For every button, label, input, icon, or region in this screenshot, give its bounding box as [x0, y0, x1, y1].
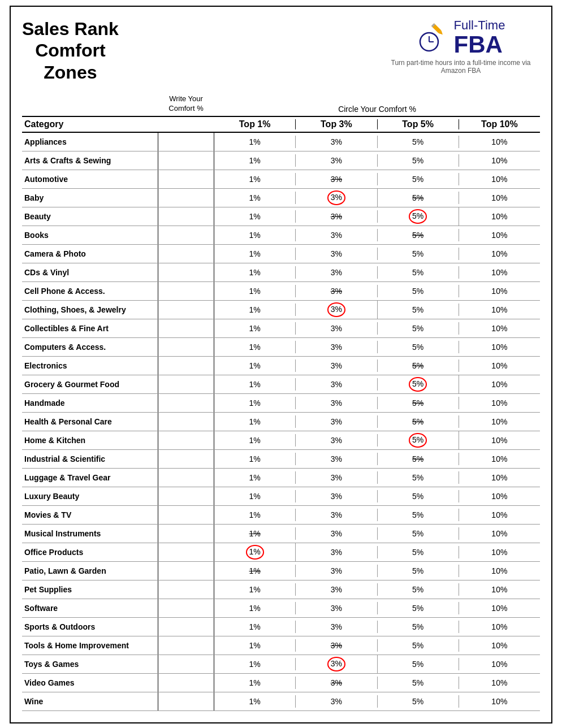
table-row: Camera & Photo1%3%5%10%	[22, 245, 540, 263]
cell-top5: 5%	[378, 453, 459, 465]
cell-top5: 5%	[378, 266, 459, 279]
table-row: Arts & Crafts & Sewing1%3%5%10%	[22, 151, 540, 170]
cell-top10: 10%	[459, 453, 540, 465]
cell-write	[158, 282, 214, 300]
cell-write	[158, 487, 214, 505]
title-line2: Comfort	[22, 40, 119, 61]
cell-top10: 10%	[459, 341, 540, 353]
hdr-top10: Top 10%	[459, 119, 540, 129]
cell-top10: 10%	[459, 415, 540, 428]
cell-top3: 3%	[296, 509, 377, 521]
table-row: Office Products1%3%5%10%	[22, 543, 540, 562]
cell-top3: 3%	[296, 266, 377, 279]
cell-category: Tools & Home Improvement	[22, 639, 158, 652]
logo-text: Full-Time FBA	[454, 18, 505, 57]
cell-top3: 3%	[296, 453, 377, 465]
cell-top5: 5%	[378, 285, 459, 297]
cell-top5: 5%	[378, 154, 459, 167]
cell-write	[158, 450, 214, 468]
table-row: Clothing, Shoes, & Jewelry1%3%5%10%	[22, 301, 540, 319]
table-row: Electronics1%3%5%10%	[22, 357, 540, 375]
cell-write	[158, 580, 214, 599]
col-write-label: Write Your Comfort %	[158, 94, 214, 116]
cell-top5: 5%	[378, 565, 459, 577]
cell-write	[158, 301, 214, 319]
cell-category: Clothing, Shoes, & Jewelry	[22, 304, 158, 316]
cell-top5: 5%	[378, 415, 459, 428]
table-row: Pet Supplies1%3%5%10%	[22, 580, 540, 599]
cell-write	[158, 431, 214, 449]
table-row: Musical Instruments1%3%5%10%	[22, 525, 540, 543]
cell-top10: 10%	[459, 154, 540, 167]
cell-top3: 3%	[296, 136, 377, 148]
table-row: Toys & Games1%3%5%10%	[22, 655, 540, 674]
col-headers-row: Write Your Comfort % Circle Your Comfort…	[22, 94, 540, 116]
cell-write	[158, 543, 214, 561]
title-line1: Sales Rank	[22, 18, 119, 40]
cell-top10: 10%	[459, 136, 540, 148]
cell-top1: 1%	[214, 397, 296, 409]
cell-top10: 10%	[459, 397, 540, 409]
table-row: Automotive1%3%5%10%	[22, 170, 540, 189]
cell-top1: 1%	[214, 248, 296, 260]
cell-top5: 5%	[378, 602, 459, 614]
table-row: Beauty1%3%5%10%	[22, 207, 540, 226]
table-row: Luxury Beauty1%3%5%10%	[22, 487, 540, 506]
cell-category: Automotive	[22, 173, 158, 185]
cell-top3: 3%	[296, 527, 377, 540]
cell-top5: 5%	[378, 695, 459, 708]
cell-top5: 5%	[378, 471, 459, 484]
table-row: CDs & Vinyl1%3%5%10%	[22, 263, 540, 282]
cell-category: Electronics	[22, 359, 158, 372]
cell-write	[158, 413, 214, 431]
cell-top5: 5%	[378, 639, 459, 652]
cell-top1: 1%	[214, 509, 296, 521]
cell-top5: 5%	[378, 341, 459, 353]
cell-top3: 3%	[296, 397, 377, 409]
cell-category: Industrial & Scientific	[22, 453, 158, 465]
cell-top3: 3%	[296, 565, 377, 577]
cell-top5: 5%	[378, 397, 459, 409]
cell-category: Collectibles & Fine Art	[22, 322, 158, 335]
cell-category: Camera & Photo	[22, 248, 158, 260]
cell-category: Sports & Outdoors	[22, 621, 158, 633]
cell-category: Video Games	[22, 677, 158, 689]
cell-top3: 3%	[296, 359, 377, 372]
cell-top10: 10%	[459, 658, 540, 670]
cell-top1: 1%	[214, 210, 296, 223]
cell-category: Musical Instruments	[22, 527, 158, 540]
hdr-top1: Top 1%	[214, 119, 296, 129]
cell-top10: 10%	[459, 602, 540, 614]
cell-write	[158, 170, 214, 188]
cell-category: Handmade	[22, 397, 158, 409]
cell-top10: 10%	[459, 173, 540, 185]
cell-top1: 1%	[214, 602, 296, 614]
cell-top1: 1%	[214, 565, 296, 577]
cell-category: Toys & Games	[22, 658, 158, 670]
cell-write	[158, 599, 214, 617]
cell-top1: 1%	[214, 285, 296, 297]
cell-top1: 1%	[214, 621, 296, 633]
table-row: Software1%3%5%10%	[22, 599, 540, 618]
cell-top3: 3%	[296, 210, 377, 223]
cell-top3: 3%	[296, 173, 377, 185]
cell-top1: 1%	[214, 378, 296, 391]
cell-top5: 5%	[378, 248, 459, 260]
title-line3: Zones	[22, 62, 119, 83]
cell-top1: 1%	[214, 639, 296, 652]
cell-category: Books	[22, 229, 158, 241]
cell-top1: 1%	[214, 229, 296, 241]
cell-write	[158, 562, 214, 580]
cell-top5: 5%	[378, 509, 459, 521]
cell-top1: 1%	[214, 583, 296, 596]
cell-top1: 1%	[214, 322, 296, 335]
cell-top1: 1%	[214, 695, 296, 708]
data-rows: Appliances1%3%5%10%Arts & Crafts & Sewin…	[22, 133, 540, 711]
cell-category: Grocery & Gourmet Food	[22, 378, 158, 391]
cell-top10: 10%	[459, 546, 540, 558]
cell-top10: 10%	[459, 621, 540, 633]
cell-top5: 5%	[378, 583, 459, 596]
logo-block: Full-Time FBA Turn part-time hours into …	[382, 18, 540, 75]
cell-top3: 3%	[296, 695, 377, 708]
table-row: Movies & TV1%3%5%10%	[22, 506, 540, 525]
